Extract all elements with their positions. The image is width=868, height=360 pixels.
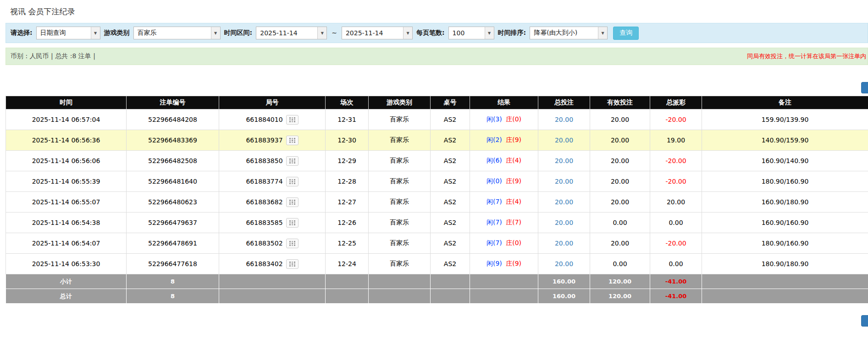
summary-total-bet: 160.00 [538, 289, 590, 304]
total-bet-link[interactable]: 20.00 [555, 260, 573, 267]
table-row[interactable]: 2025-11-14 06:57:04 522966484208 6618840… [6, 109, 868, 130]
chevron-down-icon[interactable]: ▼ [317, 27, 326, 39]
table-header-row: 时间 注单编号 局号 场次 游戏类别 桌号 结果 总投注 有效投注 总派彩 备注 [6, 96, 868, 109]
cutoff-button-bottom[interactable] [861, 315, 868, 327]
payout-value: -20.00 [665, 178, 686, 185]
table-row[interactable]: 2025-11-14 06:56:06 522966482508 6618838… [6, 151, 868, 171]
cell-valid-bet: 0.00 [590, 213, 650, 233]
cell-remark: 180.90/160.90 [702, 171, 868, 192]
cell-result: 闲(9) 庄(9) [470, 254, 538, 274]
chevron-down-icon[interactable]: ▼ [91, 27, 100, 39]
payout-value: 0.00 [669, 260, 683, 267]
cell-session: 12-28 [326, 171, 369, 192]
total-bet-link[interactable]: 20.00 [555, 178, 573, 185]
column-header: 结果 [470, 96, 538, 109]
result-banker: 庄(0) [506, 115, 521, 123]
cell-remark: 160.90/140.90 [702, 151, 868, 171]
chevron-down-icon[interactable]: ▼ [211, 27, 220, 39]
cell-payout: -20.00 [650, 171, 702, 192]
cell-table-no: AS2 [431, 151, 470, 171]
query-type-select[interactable]: 日期查询 ▼ [36, 27, 100, 39]
payout-value: 0.00 [669, 219, 683, 226]
cell-bet-id: 522966479637 [127, 213, 219, 233]
table-row[interactable]: 2025-11-14 06:54:07 522966478691 6618835… [6, 233, 868, 254]
chevron-down-icon[interactable]: ▼ [485, 27, 494, 39]
total-bet-link[interactable]: 20.00 [555, 136, 573, 144]
summary-total-bet: 160.00 [538, 274, 590, 289]
cell-table-no: AS2 [431, 109, 470, 130]
cell-payout: -20.00 [650, 233, 702, 254]
table-row[interactable]: 2025-11-14 06:54:38 522966479637 6618835… [6, 213, 868, 233]
roadmap-button[interactable] [286, 177, 299, 186]
table-row[interactable]: 2025-11-14 06:56:36 522966483369 6618839… [6, 130, 868, 151]
roadmap-icon [289, 241, 295, 246]
summary-payout: -41.00 [650, 274, 702, 289]
total-bet-link[interactable]: 20.00 [555, 240, 573, 247]
result-player: 闲(7) [487, 218, 502, 226]
roadmap-button[interactable] [286, 218, 299, 228]
summary-label: 小计 [6, 274, 127, 289]
summary-valid-bet: 120.00 [590, 289, 650, 304]
cell-remark: 180.90/180.90 [702, 254, 868, 274]
cell-result: 闲(7) 庄(7) [470, 213, 538, 233]
date-from-value: 2025-11-14 [256, 27, 317, 39]
roadmap-button[interactable] [286, 156, 299, 166]
roadmap-button[interactable] [286, 259, 299, 269]
sort-value: 降幂(由大到小) [530, 27, 598, 39]
total-bet-link[interactable]: 20.00 [555, 198, 573, 206]
cell-round: 661883402 [219, 254, 326, 274]
cell-result: 闲(7) 庄(4) [470, 192, 538, 213]
table-body: 2025-11-14 06:57:04 522966484208 6618840… [6, 109, 868, 274]
table-row[interactable]: 2025-11-14 06:53:30 522966477618 6618834… [6, 254, 868, 274]
total-bet-link[interactable]: 20.00 [555, 116, 573, 123]
roadmap-button[interactable] [286, 136, 299, 145]
table-row[interactable]: 2025-11-14 06:55:39 522966481640 6618837… [6, 171, 868, 192]
cell-time: 2025-11-14 06:57:04 [6, 109, 127, 130]
cell-table-no: AS2 [431, 171, 470, 192]
cell-game-type: 百家乐 [369, 254, 431, 274]
round-number: 661884010 [246, 116, 282, 123]
roadmap-button[interactable] [286, 115, 299, 125]
roadmap-button[interactable] [286, 197, 299, 207]
cell-round: 661883585 [219, 213, 326, 233]
table-row[interactable]: 2025-11-14 06:55:07 522966480623 6618836… [6, 192, 868, 213]
result-banker: 庄(4) [506, 198, 521, 205]
currency-count-summary: 币别 : 人民币 | 总共 :8 注单 | [11, 52, 95, 60]
roadmap-icon [289, 262, 295, 267]
roadmap-button[interactable] [286, 239, 299, 248]
total-bet-link[interactable]: 20.00 [555, 219, 573, 226]
cell-bet-id: 522966481640 [127, 171, 219, 192]
roadmap-icon [289, 158, 295, 164]
bet-records-table: 时间 注单编号 局号 场次 游戏类别 桌号 结果 总投注 有效投注 总派彩 备注… [6, 96, 868, 304]
cell-session: 12-27 [326, 192, 369, 213]
cell-valid-bet: 20.00 [590, 109, 650, 130]
cell-bet-id: 522966477618 [127, 254, 219, 274]
result-player: 闲(7) [487, 198, 502, 205]
query-type-label: 请选择: [11, 29, 33, 37]
cutoff-button-top[interactable] [861, 82, 868, 93]
page-size-input[interactable]: 100 ▼ [448, 27, 494, 39]
time-range-label: 时间区间: [224, 29, 253, 37]
date-to-input[interactable]: 2025-11-14 ▼ [342, 27, 413, 39]
cell-valid-bet: 20.00 [590, 151, 650, 171]
chevron-down-icon[interactable]: ▼ [598, 27, 607, 39]
cell-session: 12-25 [326, 233, 369, 254]
payout-value: -20.00 [665, 240, 686, 247]
result-player: 闲(6) [487, 157, 502, 164]
column-header: 桌号 [431, 96, 470, 109]
cell-game-type: 百家乐 [369, 192, 431, 213]
cell-time: 2025-11-14 06:53:30 [6, 254, 127, 274]
cell-bet-id: 522966478691 [127, 233, 219, 254]
search-button[interactable]: 查询 [613, 27, 639, 40]
cell-round: 661883682 [219, 192, 326, 213]
cell-total-bet: 20.00 [538, 254, 590, 274]
roadmap-icon [289, 179, 295, 184]
chevron-down-icon[interactable]: ▼ [403, 27, 412, 39]
sort-select[interactable]: 降幂(由大到小) ▼ [530, 27, 608, 39]
total-bet-link[interactable]: 20.00 [555, 157, 573, 164]
date-from-input[interactable]: 2025-11-14 ▼ [256, 27, 327, 39]
game-type-select[interactable]: 百家乐 ▼ [133, 27, 221, 39]
summary-payout: -41.00 [650, 289, 702, 304]
result-player: 闲(9) [487, 260, 502, 267]
cell-table-no: AS2 [431, 233, 470, 254]
